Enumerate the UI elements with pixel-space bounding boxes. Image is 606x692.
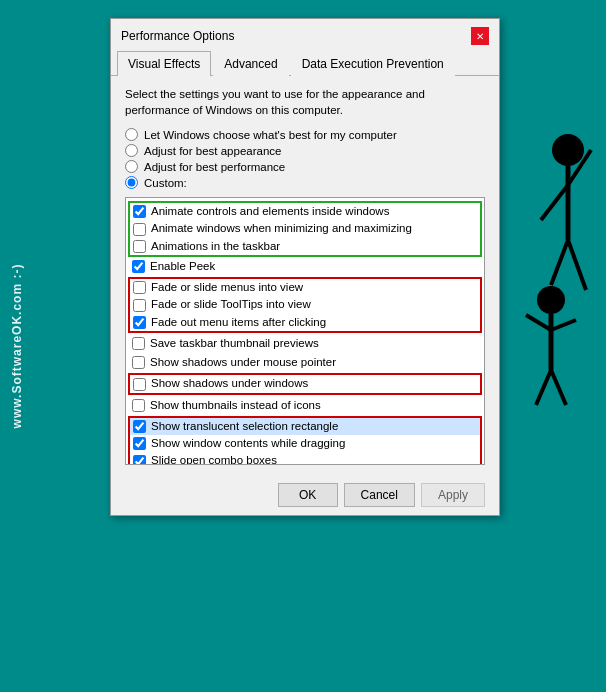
dialog-title: Performance Options [121, 29, 234, 43]
tab-visual-effects[interactable]: Visual Effects [117, 51, 211, 76]
dialog: Performance Options ✕ Visual Effects Adv… [110, 18, 500, 516]
svg-point-0 [552, 134, 584, 166]
svg-line-3 [541, 185, 568, 220]
svg-line-10 [536, 370, 551, 405]
checkbox-slide-combo-boxes[interactable]: Slide open combo boxes [130, 452, 480, 465]
checkbox-show-thumbnails[interactable]: Show thumbnails instead of icons [126, 396, 484, 415]
radio-item-3[interactable]: Adjust for best performance [125, 160, 485, 173]
checkbox-save-thumbnails[interactable]: Save taskbar thumbnail previews [126, 334, 484, 353]
tabs-container: Visual Effects Advanced Data Execution P… [111, 51, 499, 76]
tab-data-execution[interactable]: Data Execution Prevention [291, 51, 455, 76]
dialog-content: Select the settings you want to use for … [111, 76, 499, 475]
description-text: Select the settings you want to use for … [125, 86, 485, 118]
checkbox-animate-windows[interactable]: Animate windows when minimizing and maxi… [130, 220, 480, 237]
checkbox-animations-taskbar[interactable]: Animations in the taskbar [130, 238, 480, 255]
svg-line-9 [551, 320, 576, 330]
cancel-button[interactable]: Cancel [344, 483, 415, 507]
apply-button[interactable]: Apply [421, 483, 485, 507]
radio-group: Let Windows choose what's best for my co… [125, 128, 485, 189]
checkbox-list: Animate controls and elements inside win… [125, 197, 485, 465]
checkbox-enable-peek[interactable]: Enable Peek [126, 257, 484, 276]
tab-advanced[interactable]: Advanced [213, 51, 288, 76]
checkbox-animate-controls[interactable]: Animate controls and elements inside win… [130, 203, 480, 220]
radio-item-2[interactable]: Adjust for best appearance [125, 144, 485, 157]
checkbox-translucent-selection[interactable]: Show translucent selection rectangle [130, 418, 480, 435]
title-bar: Performance Options ✕ [111, 19, 499, 51]
checkbox-fade-menu-items[interactable]: Fade out menu items after clicking [130, 314, 480, 331]
radio-item-custom[interactable]: Custom: [125, 176, 485, 189]
checkbox-fade-tooltips[interactable]: Fade or slide ToolTips into view [130, 296, 480, 313]
svg-point-6 [537, 286, 565, 314]
ok-button[interactable]: OK [278, 483, 338, 507]
checkbox-show-window-contents[interactable]: Show window contents while dragging [130, 435, 480, 452]
checkbox-fade-menus[interactable]: Fade or slide menus into view [130, 279, 480, 296]
checkbox-show-shadows-windows[interactable]: Show shadows under windows [130, 375, 480, 392]
svg-line-8 [526, 315, 551, 330]
svg-line-4 [568, 240, 586, 290]
checkbox-show-shadows-mouse[interactable]: Show shadows under mouse pointer [126, 353, 484, 372]
stickman-decoration [496, 120, 596, 420]
bottom-buttons: OK Cancel Apply [111, 475, 499, 515]
radio-item-1[interactable]: Let Windows choose what's best for my co… [125, 128, 485, 141]
watermark: www.SoftwareOK.com :-) [10, 264, 24, 429]
svg-line-11 [551, 370, 566, 405]
svg-line-5 [551, 240, 568, 285]
close-button[interactable]: ✕ [471, 27, 489, 45]
